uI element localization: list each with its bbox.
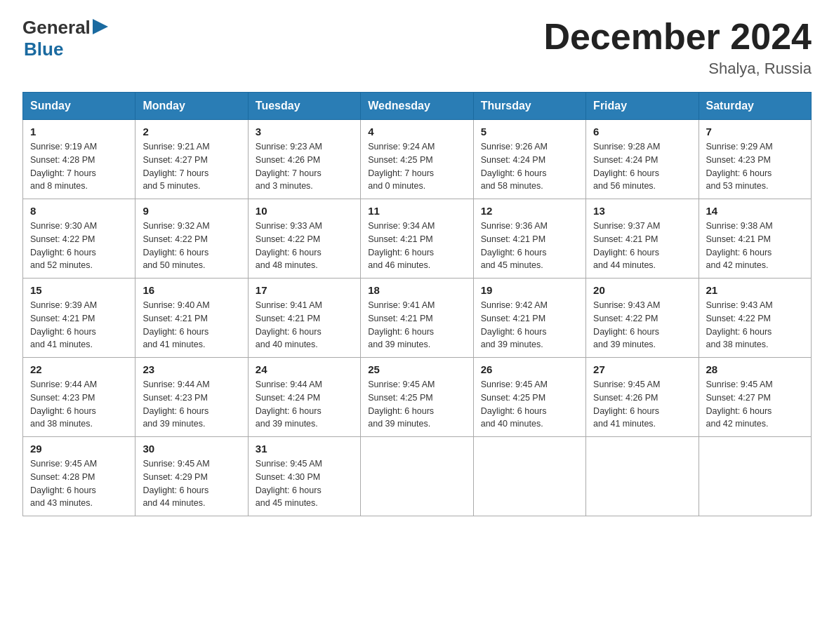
calendar-day-cell: 14 Sunrise: 9:38 AMSunset: 4:21 PMDaylig… xyxy=(699,199,811,279)
calendar-day-cell: 8 Sunrise: 9:30 AMSunset: 4:22 PMDayligh… xyxy=(23,199,135,279)
day-info: Sunrise: 9:45 AMSunset: 4:26 PMDaylight:… xyxy=(593,380,660,429)
day-info: Sunrise: 9:45 AMSunset: 4:27 PMDaylight:… xyxy=(706,380,773,429)
calendar-day-cell: 27 Sunrise: 9:45 AMSunset: 4:26 PMDaylig… xyxy=(586,358,699,437)
day-number: 22 xyxy=(30,363,128,375)
calendar-day-cell: 16 Sunrise: 9:40 AMSunset: 4:21 PMDaylig… xyxy=(135,279,248,358)
day-number: 19 xyxy=(481,284,578,296)
day-info: Sunrise: 9:41 AMSunset: 4:21 PMDaylight:… xyxy=(368,300,435,349)
day-info: Sunrise: 9:45 AMSunset: 4:25 PMDaylight:… xyxy=(368,380,435,429)
calendar-day-header: Sunday xyxy=(23,93,135,120)
calendar-day-cell: 31 Sunrise: 9:45 AMSunset: 4:30 PMDaylig… xyxy=(248,437,360,516)
calendar-week-row: 1 Sunrise: 9:19 AMSunset: 4:28 PMDayligh… xyxy=(23,120,812,199)
calendar-day-header: Saturday xyxy=(699,93,811,120)
calendar-week-row: 8 Sunrise: 9:30 AMSunset: 4:22 PMDayligh… xyxy=(23,199,812,279)
day-number: 11 xyxy=(368,205,465,217)
day-number: 5 xyxy=(481,126,578,137)
day-info: Sunrise: 9:42 AMSunset: 4:21 PMDaylight:… xyxy=(481,300,548,349)
calendar-day-cell xyxy=(586,437,699,516)
day-number: 24 xyxy=(256,363,353,375)
title-section: December 2024 Shalya, Russia xyxy=(543,17,812,78)
day-info: Sunrise: 9:45 AMSunset: 4:28 PMDaylight:… xyxy=(30,459,97,508)
day-info: Sunrise: 9:33 AMSunset: 4:22 PMDaylight:… xyxy=(256,221,322,270)
day-info: Sunrise: 9:21 AMSunset: 4:27 PMDaylight:… xyxy=(143,142,209,191)
day-info: Sunrise: 9:43 AMSunset: 4:22 PMDaylight:… xyxy=(706,300,773,349)
calendar-day-header: Tuesday xyxy=(248,93,360,120)
calendar-day-cell: 20 Sunrise: 9:43 AMSunset: 4:22 PMDaylig… xyxy=(586,279,699,358)
day-info: Sunrise: 9:45 AMSunset: 4:30 PMDaylight:… xyxy=(256,459,322,508)
day-number: 27 xyxy=(593,363,691,375)
calendar-day-cell: 5 Sunrise: 9:26 AMSunset: 4:24 PMDayligh… xyxy=(473,120,585,199)
calendar-day-cell: 28 Sunrise: 9:45 AMSunset: 4:27 PMDaylig… xyxy=(699,358,811,437)
calendar-day-cell: 22 Sunrise: 9:44 AMSunset: 4:23 PMDaylig… xyxy=(23,358,135,437)
day-number: 1 xyxy=(30,126,128,137)
day-info: Sunrise: 9:32 AMSunset: 4:22 PMDaylight:… xyxy=(143,221,209,270)
calendar-day-cell: 11 Sunrise: 9:34 AMSunset: 4:21 PMDaylig… xyxy=(361,199,473,279)
day-info: Sunrise: 9:23 AMSunset: 4:26 PMDaylight:… xyxy=(256,142,322,191)
calendar-day-cell: 30 Sunrise: 9:45 AMSunset: 4:29 PMDaylig… xyxy=(135,437,248,516)
day-number: 16 xyxy=(143,284,240,296)
logo-general-text: General xyxy=(22,17,91,39)
day-number: 13 xyxy=(593,205,691,217)
day-info: Sunrise: 9:37 AMSunset: 4:21 PMDaylight:… xyxy=(593,221,660,270)
day-info: Sunrise: 9:30 AMSunset: 4:22 PMDaylight:… xyxy=(30,221,97,270)
day-number: 21 xyxy=(706,284,804,296)
day-number: 25 xyxy=(368,363,465,375)
day-info: Sunrise: 9:39 AMSunset: 4:21 PMDaylight:… xyxy=(30,300,97,349)
day-number: 26 xyxy=(481,363,578,375)
day-number: 12 xyxy=(481,205,578,217)
day-info: Sunrise: 9:44 AMSunset: 4:24 PMDaylight:… xyxy=(256,380,322,429)
day-info: Sunrise: 9:26 AMSunset: 4:24 PMDaylight:… xyxy=(481,142,548,191)
svg-marker-0 xyxy=(93,19,108,34)
day-number: 15 xyxy=(30,284,128,296)
day-info: Sunrise: 9:38 AMSunset: 4:21 PMDaylight:… xyxy=(706,221,773,270)
calendar-day-cell xyxy=(361,437,473,516)
calendar-day-cell: 29 Sunrise: 9:45 AMSunset: 4:28 PMDaylig… xyxy=(23,437,135,516)
day-number: 18 xyxy=(368,284,465,296)
calendar-day-cell: 15 Sunrise: 9:39 AMSunset: 4:21 PMDaylig… xyxy=(23,279,135,358)
day-number: 30 xyxy=(143,443,240,455)
day-number: 8 xyxy=(30,205,128,217)
day-info: Sunrise: 9:44 AMSunset: 4:23 PMDaylight:… xyxy=(30,380,97,429)
logo-blue-text: Blue xyxy=(24,39,63,60)
calendar-day-cell: 10 Sunrise: 9:33 AMSunset: 4:22 PMDaylig… xyxy=(248,199,360,279)
page-header: General Blue December 2024 Shalya, Russi… xyxy=(22,17,812,78)
calendar-day-header: Monday xyxy=(135,93,248,120)
day-number: 23 xyxy=(143,363,240,375)
day-info: Sunrise: 9:36 AMSunset: 4:21 PMDaylight:… xyxy=(481,221,548,270)
calendar-day-cell: 9 Sunrise: 9:32 AMSunset: 4:22 PMDayligh… xyxy=(135,199,248,279)
day-info: Sunrise: 9:44 AMSunset: 4:23 PMDaylight:… xyxy=(143,380,209,429)
calendar-day-cell: 23 Sunrise: 9:44 AMSunset: 4:23 PMDaylig… xyxy=(135,358,248,437)
day-info: Sunrise: 9:40 AMSunset: 4:21 PMDaylight:… xyxy=(143,300,209,349)
logo-triangle-icon xyxy=(93,19,108,37)
day-number: 10 xyxy=(256,205,353,217)
calendar-day-header: Wednesday xyxy=(361,93,473,120)
calendar-day-cell: 3 Sunrise: 9:23 AMSunset: 4:26 PMDayligh… xyxy=(248,120,360,199)
day-info: Sunrise: 9:28 AMSunset: 4:24 PMDaylight:… xyxy=(593,142,660,191)
calendar-day-cell xyxy=(473,437,585,516)
day-info: Sunrise: 9:24 AMSunset: 4:25 PMDaylight:… xyxy=(368,142,435,191)
calendar-day-cell: 17 Sunrise: 9:41 AMSunset: 4:21 PMDaylig… xyxy=(248,279,360,358)
calendar-day-cell: 4 Sunrise: 9:24 AMSunset: 4:25 PMDayligh… xyxy=(361,120,473,199)
day-info: Sunrise: 9:45 AMSunset: 4:25 PMDaylight:… xyxy=(481,380,548,429)
calendar-week-row: 29 Sunrise: 9:45 AMSunset: 4:28 PMDaylig… xyxy=(23,437,812,516)
day-number: 7 xyxy=(706,126,804,137)
calendar-day-cell xyxy=(699,437,811,516)
calendar-day-cell: 2 Sunrise: 9:21 AMSunset: 4:27 PMDayligh… xyxy=(135,120,248,199)
location: Shalya, Russia xyxy=(543,60,812,78)
day-info: Sunrise: 9:43 AMSunset: 4:22 PMDaylight:… xyxy=(593,300,660,349)
calendar-table: SundayMondayTuesdayWednesdayThursdayFrid… xyxy=(22,92,812,516)
day-number: 29 xyxy=(30,443,128,455)
day-info: Sunrise: 9:45 AMSunset: 4:29 PMDaylight:… xyxy=(143,459,209,508)
calendar-day-cell: 7 Sunrise: 9:29 AMSunset: 4:23 PMDayligh… xyxy=(699,120,811,199)
calendar-header-row: SundayMondayTuesdayWednesdayThursdayFrid… xyxy=(23,93,812,120)
month-title: December 2024 xyxy=(543,17,812,57)
day-info: Sunrise: 9:34 AMSunset: 4:21 PMDaylight:… xyxy=(368,221,435,270)
calendar-day-cell: 1 Sunrise: 9:19 AMSunset: 4:28 PMDayligh… xyxy=(23,120,135,199)
calendar-day-cell: 21 Sunrise: 9:43 AMSunset: 4:22 PMDaylig… xyxy=(699,279,811,358)
calendar-day-cell: 13 Sunrise: 9:37 AMSunset: 4:21 PMDaylig… xyxy=(586,199,699,279)
day-number: 28 xyxy=(706,363,804,375)
day-number: 4 xyxy=(368,126,465,137)
day-number: 17 xyxy=(256,284,353,296)
calendar-day-header: Thursday xyxy=(473,93,585,120)
day-number: 20 xyxy=(593,284,691,296)
